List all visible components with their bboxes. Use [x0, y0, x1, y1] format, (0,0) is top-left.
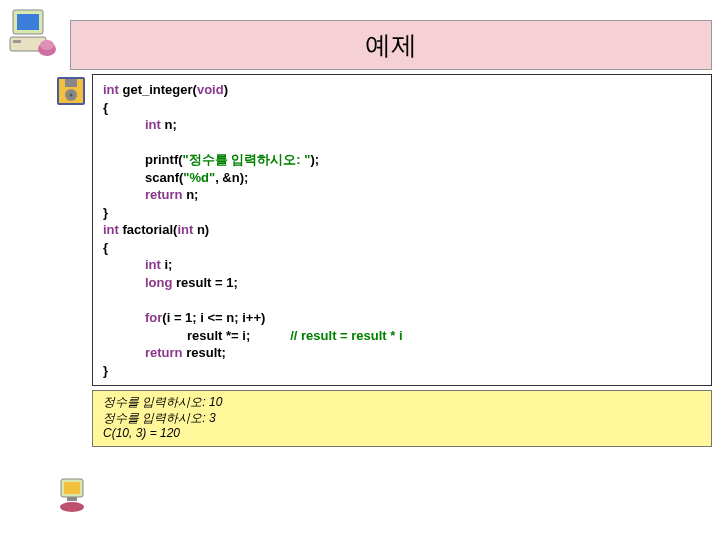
output-block: 정수를 입력하시오: 10 정수를 입력하시오: 3 C(10, 3) = 12…	[92, 390, 712, 447]
svg-rect-1	[17, 14, 39, 30]
code-block: int get_integer(void) { int n; printf("정…	[92, 74, 712, 386]
output-line: 정수를 입력하시오: 3	[103, 411, 701, 427]
svg-rect-12	[64, 482, 80, 494]
output-line: C(10, 3) = 120	[103, 426, 701, 442]
floppy-disk-icon	[55, 75, 87, 107]
computer-icon	[5, 5, 60, 60]
svg-point-10	[70, 94, 73, 97]
output-line: 정수를 입력하시오: 10	[103, 395, 701, 411]
desk-monitor-icon	[55, 475, 89, 517]
svg-rect-8	[65, 79, 77, 87]
title-text: 예제	[365, 28, 417, 63]
svg-point-14	[60, 502, 84, 512]
svg-point-5	[40, 40, 54, 50]
slide-title: 예제	[70, 20, 712, 70]
svg-rect-13	[67, 497, 77, 501]
svg-rect-3	[13, 40, 21, 43]
